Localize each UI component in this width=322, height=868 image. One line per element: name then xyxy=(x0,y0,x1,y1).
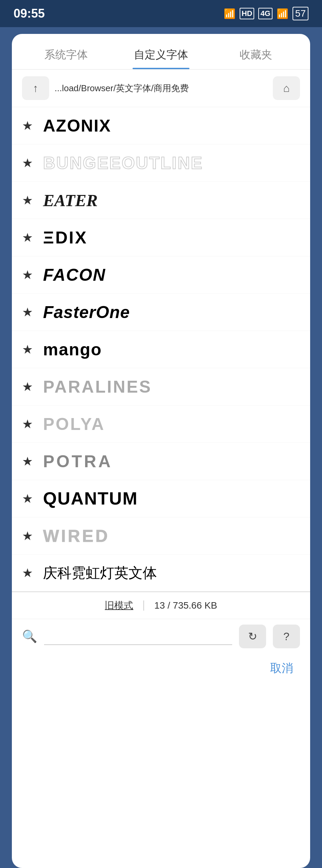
search-input[interactable] xyxy=(44,628,232,645)
font-name-wired: WIREd xyxy=(43,526,300,546)
up-button[interactable]: ↑ xyxy=(22,76,49,100)
up-icon: ↑ xyxy=(33,82,38,95)
signal-bars: 📶 xyxy=(277,8,288,19)
star-icon[interactable]: ★ xyxy=(22,380,33,394)
star-icon[interactable]: ★ xyxy=(22,566,33,580)
refresh-icon: ↻ xyxy=(248,630,257,643)
font-name-bungee: BUNGEEOUTLINE xyxy=(43,153,300,173)
font-name-edix: ΞDIX xyxy=(43,228,300,248)
star-icon[interactable]: ★ xyxy=(22,492,33,506)
font-name-azonix: AZONIX xyxy=(43,116,300,136)
help-button[interactable]: ? xyxy=(273,625,300,648)
home-icon: ⌂ xyxy=(283,82,289,95)
cancel-button[interactable]: 取消 xyxy=(263,657,300,679)
font-name-potra: POTRA xyxy=(43,451,300,472)
wifi-icon: 📶 xyxy=(224,8,236,19)
font-list: ★ AZONIX ★ BUNGEEOUTLINE ★ EATER ★ ΞDIX … xyxy=(12,107,310,592)
list-item[interactable]: ★ POLYA xyxy=(12,406,310,443)
file-info: 13 / 735.66 KB xyxy=(154,600,217,611)
help-icon: ? xyxy=(283,630,289,643)
font-name-qingke: 庆科霓虹灯英文体 xyxy=(43,565,300,581)
status-time: 09:55 xyxy=(14,6,45,21)
star-icon[interactable]: ★ xyxy=(22,305,33,319)
tab-custom-fonts[interactable]: 自定义字体 xyxy=(114,34,208,69)
font-name-mango: mango xyxy=(43,339,300,360)
list-item[interactable]: ★ FasterOne xyxy=(12,294,310,331)
font-name-eater: EATER xyxy=(43,190,300,211)
search-icon: 🔍 xyxy=(22,629,37,644)
star-icon[interactable]: ★ xyxy=(22,417,33,431)
star-icon[interactable]: ★ xyxy=(22,342,33,357)
signal-4g: 4G xyxy=(258,8,272,19)
star-icon[interactable]: ★ xyxy=(22,119,33,133)
home-button[interactable]: ⌂ xyxy=(273,76,300,100)
star-icon[interactable]: ★ xyxy=(22,268,33,282)
list-item[interactable]: ★ QUANTUM xyxy=(12,480,310,517)
list-item[interactable]: ★ BUNGEEOUTLINE xyxy=(12,144,310,182)
list-item[interactable]: ★ EATER xyxy=(12,182,310,219)
divider xyxy=(143,600,144,611)
font-name-polya: POLYA xyxy=(43,414,300,434)
star-icon[interactable]: ★ xyxy=(22,156,33,170)
font-name-quantum: QUANTUM xyxy=(43,488,300,509)
star-icon[interactable]: ★ xyxy=(22,231,33,245)
tabs-container: 系统字体 自定义字体 收藏夹 xyxy=(12,34,310,70)
list-item[interactable]: ★ FACON xyxy=(12,256,310,294)
cancel-row: 取消 xyxy=(12,654,310,690)
list-item[interactable]: ★ PARALINES xyxy=(12,368,310,406)
star-icon[interactable]: ★ xyxy=(22,529,33,543)
list-item[interactable]: ★ AZONIX xyxy=(12,107,310,144)
font-name-fasterone: FasterOne xyxy=(43,302,300,322)
bottom-bar: 旧模式 13 / 735.66 KB xyxy=(12,592,310,619)
tab-system-fonts[interactable]: 系统字体 xyxy=(19,34,114,69)
tab-favorites[interactable]: 收藏夹 xyxy=(208,34,303,69)
list-item[interactable]: ★ mango xyxy=(12,331,310,368)
main-card: 系统字体 自定义字体 收藏夹 ↑ ...load/Browser/英文字体/商用… xyxy=(12,34,310,868)
star-icon[interactable]: ★ xyxy=(22,193,33,208)
star-icon[interactable]: ★ xyxy=(22,454,33,469)
list-item[interactable]: ★ ΞDIX xyxy=(12,219,310,256)
hd-label: HD xyxy=(240,8,255,19)
refresh-button[interactable]: ↻ xyxy=(239,625,266,648)
battery-icon: 57 xyxy=(293,7,308,20)
list-item[interactable]: ★ WIREd xyxy=(12,517,310,555)
path-bar: ↑ ...load/Browser/英文字体/商用免费 ⌂ xyxy=(12,70,310,107)
list-item[interactable]: ★ 庆科霓虹灯英文体 xyxy=(12,555,310,592)
old-mode-button[interactable]: 旧模式 xyxy=(105,599,133,612)
font-name-facon: FACON xyxy=(43,265,300,285)
list-item[interactable]: ★ POTRA xyxy=(12,443,310,480)
font-name-paralines: PARALINES xyxy=(43,377,300,397)
status-bar: 09:55 📶 HD 4G 📶 57 xyxy=(0,0,322,27)
search-bar: 🔍 ↻ ? xyxy=(12,619,310,654)
status-icons: 📶 HD 4G 📶 57 xyxy=(224,7,308,20)
current-path: ...load/Browser/英文字体/商用免费 xyxy=(55,82,267,94)
